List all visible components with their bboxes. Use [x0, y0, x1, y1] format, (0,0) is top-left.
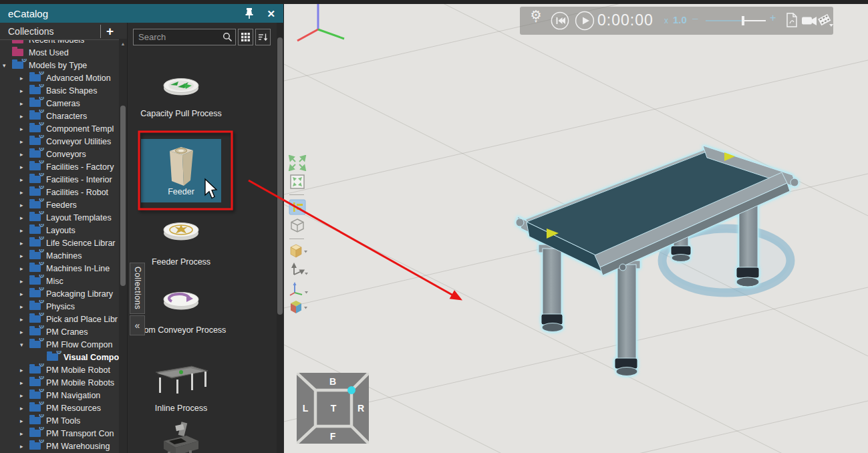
tree-item-misc[interactable]: ▸⚙Misc: [0, 275, 119, 287]
move-mode-button[interactable]: [288, 262, 308, 278]
view-cube-right[interactable]: R: [357, 403, 364, 414]
tree-item-layouts[interactable]: ▸⚙Layouts: [0, 224, 119, 237]
speed-decrease-button[interactable]: –: [692, 12, 698, 23]
wireframe-cube-button[interactable]: [288, 218, 308, 234]
tree-item-pm-cranes[interactable]: ▸⚙PM Cranes: [0, 325, 119, 338]
tree-item-pm-mobile-robot[interactable]: ▸⚙PM Mobile Robot: [0, 363, 119, 376]
render-mode-button-active[interactable]: [288, 199, 308, 215]
catalog-item-from-conveyor-process[interactable]: From Conveyor Process: [131, 286, 231, 336]
expander-right-icon[interactable]: ▸: [20, 291, 29, 297]
expander-right-icon[interactable]: ▸: [20, 214, 29, 221]
expander-right-icon[interactable]: ▸: [20, 113, 29, 120]
expander-right-icon[interactable]: ▸: [20, 88, 29, 94]
tree-item-life-science-librar[interactable]: ▸⚙Life Science Librar: [0, 237, 119, 249]
tree-item-pm-flow-compon[interactable]: ▾⚙PM Flow Compon: [0, 338, 119, 351]
expander-right-icon[interactable]: ▸: [20, 367, 29, 373]
collapse-panel-button[interactable]: «: [130, 315, 145, 335]
feeder-tile[interactable]: Feeder: [141, 139, 221, 202]
view-cube-back[interactable]: B: [329, 376, 336, 387]
create-animation-button[interactable]: [818, 12, 834, 29]
expander-right-icon[interactable]: ▸: [20, 151, 29, 158]
tree-item-pm-tools[interactable]: ▸⚙PM Tools: [0, 414, 119, 427]
tree-item-machines[interactable]: ▸⚙Machines: [0, 249, 119, 262]
catalog-scrollbar-thumb[interactable]: [277, 37, 283, 315]
view-cube-corner-dot[interactable]: [347, 386, 355, 394]
tree-item-facilities-factory[interactable]: ▸⚙Facilities - Factory: [0, 160, 119, 173]
tree-item-visual-compo[interactable]: ⚙Visual Compo: [0, 351, 119, 363]
expander-right-icon[interactable]: ▸: [20, 392, 29, 399]
catalog-item-partial[interactable]: [131, 421, 231, 453]
expander-right-icon[interactable]: ▸: [20, 253, 29, 259]
catalog-item-inline-process[interactable]: Inline Process: [131, 363, 231, 414]
tree-item-recent-models[interactable]: Recent Models: [0, 40, 119, 46]
speed-increase-button[interactable]: +: [770, 12, 776, 24]
tree-item-pick-and-place-libr[interactable]: ▸⚙Pick and Place Libr: [0, 313, 119, 325]
catalog-item-feeder-process[interactable]: Feeder Process: [131, 216, 231, 268]
view-cube[interactable]: B L T R F: [297, 373, 369, 444]
search-input[interactable]: [133, 29, 236, 45]
catalog-scrollbar[interactable]: [277, 23, 283, 453]
tree-item-conveyor-utilities[interactable]: ▸⚙Conveyor Utilities: [0, 135, 119, 148]
expander-right-icon[interactable]: ▸: [20, 227, 29, 234]
expander-right-icon[interactable]: ▸: [20, 316, 29, 323]
tree-item-models-by-type[interactable]: ▾⚙Models by Type: [0, 59, 119, 71]
grid-view-button[interactable]: [238, 29, 253, 45]
tree-item-pm-navigation[interactable]: ▸⚙PM Navigation: [0, 389, 119, 402]
tree-item-physics[interactable]: ▸⚙Physics: [0, 300, 119, 313]
close-icon[interactable]: ✕: [267, 9, 275, 19]
tree-item-advanced-motion[interactable]: ▸⚙Advanced Motion: [0, 71, 119, 84]
expander-right-icon[interactable]: ▸: [20, 380, 29, 386]
simulation-settings-button[interactable]: ⚙▾: [529, 7, 543, 24]
record-video-button[interactable]: [802, 15, 818, 27]
view-cube-front[interactable]: F: [330, 431, 336, 442]
expander-right-icon[interactable]: ▸: [20, 430, 29, 437]
tree-item-facilities-robot[interactable]: ▸⚙Facilities - Robot: [0, 186, 119, 198]
conveyor-model-selected[interactable]: [494, 134, 849, 391]
tree-item-most-used[interactable]: Most Used: [0, 46, 119, 59]
expander-right-icon[interactable]: ▸: [20, 329, 29, 335]
expander-right-icon[interactable]: ▸: [20, 189, 29, 196]
tree-item-facilities-interior[interactable]: ▸⚙Facilities - Interior: [0, 173, 119, 186]
catalog-item-capacity-pull-process[interactable]: Capacity Pull Process: [131, 72, 231, 120]
tree-scrollbar-thumb[interactable]: [120, 106, 126, 286]
slider-handle[interactable]: [742, 16, 744, 25]
expander-right-icon[interactable]: ▸: [20, 176, 29, 183]
expander-right-icon[interactable]: ▸: [20, 164, 29, 170]
fit-selected-button[interactable]: [288, 174, 308, 190]
tree-item-packaging-library[interactable]: ▸⚙Packaging Library: [0, 287, 119, 300]
export-pdf-button[interactable]: [786, 13, 798, 28]
sort-button[interactable]: [255, 29, 271, 45]
expander-right-icon[interactable]: ▸: [20, 278, 29, 285]
expander-right-icon[interactable]: ▸: [20, 443, 29, 450]
expander-right-icon[interactable]: ▸: [20, 405, 29, 412]
expander-right-icon[interactable]: ▸: [20, 100, 29, 107]
tree-item-pm-transport-con[interactable]: ▸⚙PM Transport Con: [0, 427, 119, 440]
expander-down-icon[interactable]: ▾: [20, 341, 29, 348]
expander-right-icon[interactable]: ▸: [20, 265, 29, 272]
expander-right-icon[interactable]: ▸: [20, 418, 29, 424]
expander-down-icon[interactable]: ▾: [3, 62, 12, 69]
tree-item-basic-shapes[interactable]: ▸⚙Basic Shapes: [0, 84, 119, 97]
reset-simulation-button[interactable]: [551, 11, 569, 30]
expander-right-icon[interactable]: ▸: [20, 75, 29, 82]
collections-side-tab[interactable]: Collections: [130, 263, 145, 314]
shaded-cube-button[interactable]: [288, 243, 308, 259]
catalog-item-feeder[interactable]: Feeder: [131, 139, 231, 202]
expander-right-icon[interactable]: ▸: [20, 138, 29, 145]
view-cube-top[interactable]: T: [331, 403, 337, 414]
tree-scrollbar[interactable]: ▲: [119, 39, 127, 453]
add-collection-button[interactable]: +: [101, 24, 119, 39]
tree-item-pm-warehousing[interactable]: ▸⚙PM Warehousing: [0, 440, 119, 452]
speed-slider[interactable]: [704, 15, 768, 26]
tree-item-layout-templates[interactable]: ▸⚙Layout Templates: [0, 211, 119, 224]
pin-icon[interactable]: [244, 7, 255, 19]
tree-item-characters[interactable]: ▸⚙Characters: [0, 110, 119, 122]
tree-item-pm-mobile-robots[interactable]: ▸⚙PM Mobile Robots: [0, 376, 119, 389]
expander-right-icon[interactable]: ▸: [20, 126, 29, 132]
tree-item-pm-resources[interactable]: ▸⚙PM Resources: [0, 402, 119, 414]
tree-item-feeders[interactable]: ▸⚙Feeders: [0, 198, 119, 211]
tree-item-conveyors[interactable]: ▸⚙Conveyors: [0, 148, 119, 160]
expander-right-icon[interactable]: ▸: [20, 240, 29, 247]
play-button[interactable]: [575, 11, 595, 31]
expander-right-icon[interactable]: ▸: [20, 303, 29, 310]
